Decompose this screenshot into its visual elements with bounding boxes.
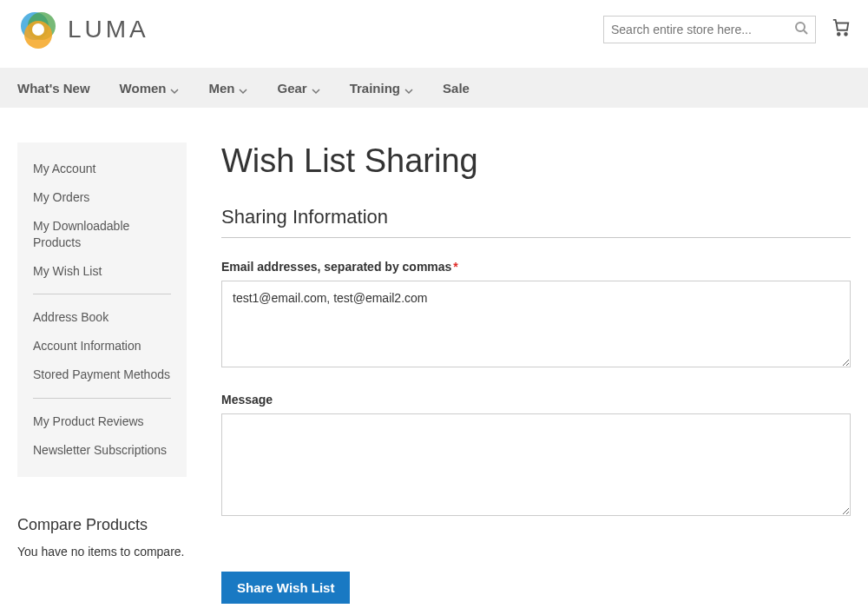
page-body: My Account My Orders My Downloadable Pro…	[0, 108, 868, 615]
svg-point-6	[838, 33, 840, 36]
chevron-down-icon	[312, 83, 320, 92]
main-content: Wish List Sharing Sharing Information Em…	[221, 142, 851, 604]
emails-textarea[interactable]: test1@email.com, test@email2.com	[221, 281, 851, 367]
divider	[33, 294, 171, 294]
nav-whats-new[interactable]: What's New	[17, 81, 90, 96]
svg-point-7	[845, 33, 847, 36]
message-label: Message	[221, 393, 851, 407]
nav-label: Women	[120, 81, 167, 96]
sidebar-item-my-account[interactable]: My Account	[33, 155, 171, 183]
sidebar-item-newsletter[interactable]: Newsletter Subscriptions	[33, 436, 171, 465]
sidebar: My Account My Orders My Downloadable Pro…	[17, 142, 187, 559]
nav-label: What's New	[17, 81, 90, 96]
message-field: Message	[221, 393, 851, 519]
nav-sale[interactable]: Sale	[443, 81, 470, 96]
logo-icon	[17, 9, 59, 50]
cart-icon[interactable]	[832, 18, 851, 41]
sidebar-item-my-wish-list[interactable]: My Wish List	[33, 257, 171, 286]
required-mark: *	[453, 260, 457, 274]
search-input[interactable]	[611, 23, 794, 36]
nav-women[interactable]: Women	[120, 81, 180, 96]
emails-field: Email addresses, separated by commas* te…	[221, 260, 851, 371]
search-box[interactable]	[603, 16, 816, 43]
sidebar-item-address-book[interactable]: Address Book	[33, 303, 171, 332]
nav-training[interactable]: Training	[350, 81, 413, 96]
emails-label: Email addresses, separated by commas*	[221, 260, 851, 274]
chevron-down-icon	[170, 83, 179, 92]
section-title: Sharing Information	[221, 206, 851, 238]
sidebar-item-stored-payment[interactable]: Stored Payment Methods	[33, 360, 171, 389]
main-nav: What's New Women Men Gear Training Sale	[0, 68, 868, 108]
nav-men[interactable]: Men	[208, 81, 247, 96]
page-header: LUMA	[0, 0, 868, 68]
chevron-down-icon	[404, 83, 413, 92]
label-text: Email addresses, separated by commas	[221, 260, 451, 274]
logo-text: LUMA	[68, 16, 149, 43]
sidebar-item-product-reviews[interactable]: My Product Reviews	[33, 407, 171, 436]
compare-title: Compare Products	[17, 516, 187, 534]
divider	[33, 398, 171, 399]
nav-label: Gear	[277, 81, 306, 96]
nav-gear[interactable]: Gear	[277, 81, 319, 96]
search-icon[interactable]	[794, 21, 808, 38]
sidebar-item-account-info[interactable]: Account Information	[33, 332, 171, 360]
nav-label: Training	[350, 81, 400, 96]
svg-point-4	[796, 23, 805, 31]
message-textarea[interactable]	[221, 413, 851, 516]
nav-label: Men	[208, 81, 234, 96]
svg-point-3	[32, 23, 44, 36]
page-title: Wish List Sharing	[221, 142, 851, 180]
logo[interactable]: LUMA	[17, 9, 149, 50]
account-nav: My Account My Orders My Downloadable Pro…	[17, 142, 187, 477]
sidebar-item-my-downloadable[interactable]: My Downloadable Products	[33, 212, 171, 257]
share-wish-list-button[interactable]: Share Wish List	[221, 572, 350, 604]
compare-products-block: Compare Products You have no items to co…	[17, 516, 187, 559]
compare-empty-text: You have no items to compare.	[17, 545, 187, 559]
chevron-down-icon	[239, 83, 247, 92]
sidebar-item-my-orders[interactable]: My Orders	[33, 183, 171, 212]
svg-line-5	[804, 30, 807, 34]
header-tools	[603, 16, 851, 43]
nav-label: Sale	[443, 81, 470, 96]
